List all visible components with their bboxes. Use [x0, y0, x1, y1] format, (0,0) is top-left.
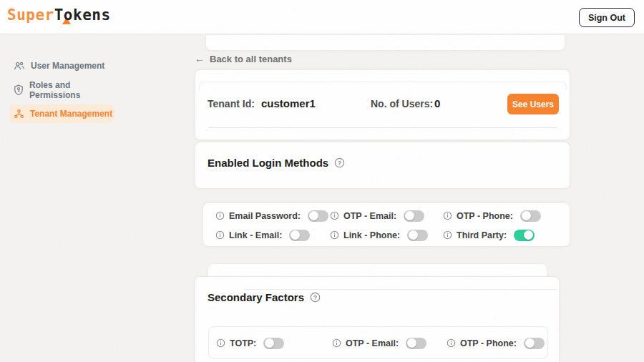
toggle-label: Third Party:: [457, 230, 507, 240]
login-method-toggle-row: OTP - Phone:: [443, 206, 570, 225]
toggle-label: OTP - Phone:: [457, 211, 513, 221]
svg-text:?: ?: [338, 160, 341, 167]
info-icon[interactable]: [216, 338, 225, 348]
sidebar-item-label: Tenant Management: [30, 109, 112, 119]
info-icon[interactable]: [443, 211, 452, 220]
tenant-id-label: Tenant Id:: [208, 98, 255, 109]
login-methods-card: Enabled Login Methods ?: [195, 142, 570, 189]
toggle-label: Link - Phone:: [343, 230, 400, 240]
secondary-toggles-panel: TOTP: OTP - Email: OTP - Phone:: [208, 326, 548, 359]
divider: [208, 127, 557, 128]
secondary-factors-heading: Secondary Factors ?: [208, 291, 321, 303]
users-count-value: 0: [434, 97, 440, 109]
secondary-factors-card: Secondary Factors ? TOTP:: [195, 276, 560, 362]
info-icon[interactable]: [332, 338, 341, 348]
svg-text:?: ?: [313, 294, 317, 301]
login-methods-heading: Enabled Login Methods ?: [208, 157, 345, 169]
help-circle-icon[interactable]: ?: [310, 292, 321, 303]
info-icon[interactable]: [215, 230, 225, 240]
login-method-toggles-card: Email Password: OTP - Email: OTP - Phone…: [203, 202, 570, 247]
back-link-label: Back to all tenants: [210, 54, 292, 64]
secondary-toggles-grid: TOTP: OTP - Email: OTP - Phone:: [209, 327, 547, 353]
toggle-label: OTP - Phone:: [460, 338, 517, 348]
sidebar: User Management Roles and Permissions Te…: [0, 34, 186, 362]
shield-key-icon: [14, 84, 24, 96]
info-icon[interactable]: [330, 230, 339, 240]
users-count-label: No. of Users:: [371, 98, 433, 109]
tenant-info-card: Tenant Id: customer1 No. of Users: 0 See…: [195, 69, 570, 140]
logo-text-super: Super: [7, 6, 54, 24]
toggle-label: OTP - Email:: [346, 338, 399, 348]
sidebar-item-label: User Management: [31, 61, 104, 71]
top-navbar: SuperTokens Sign Out: [0, 0, 644, 34]
app-window: SuperTokens Sign Out User Management Rol…: [0, 0, 644, 362]
login-method-toggle-row: OTP - Email:: [330, 206, 443, 225]
tenant-id-value: customer1: [261, 97, 316, 109]
arrow-left-icon: ←: [195, 53, 205, 64]
supertokens-logo: SuperTokens: [7, 6, 111, 24]
info-icon[interactable]: [447, 338, 456, 348]
login-method-toggle-row: Link - Phone:: [330, 225, 443, 245]
toggle-switch[interactable]: [404, 210, 424, 222]
back-to-all-tenants-link[interactable]: ← Back to all tenants: [195, 53, 292, 64]
sidebar-item-tenant-management[interactable]: Tenant Management: [9, 104, 114, 123]
sidebar-item-roles-permissions[interactable]: Roles and Permissions: [9, 81, 114, 99]
secondary-factor-toggle-row: OTP - Phone:: [447, 333, 547, 353]
help-circle-icon[interactable]: ?: [334, 157, 345, 168]
secondary-factors-title: Secondary Factors: [208, 291, 304, 303]
toggle-switch[interactable]: [520, 210, 541, 222]
sign-out-button[interactable]: Sign Out: [579, 8, 635, 27]
login-method-toggle-row: Email Password:: [215, 206, 330, 225]
toggle-switch[interactable]: [406, 338, 426, 349]
sitemap-icon: [14, 109, 24, 119]
toggle-switch[interactable]: [514, 230, 535, 241]
login-methods-title: Enabled Login Methods: [208, 157, 328, 169]
toggle-switch[interactable]: [524, 338, 545, 349]
info-icon[interactable]: [330, 211, 339, 220]
toggle-label: OTP - Email:: [343, 211, 396, 221]
login-method-toggles-grid: Email Password: OTP - Email: OTP - Phone…: [203, 203, 570, 245]
toggle-switch[interactable]: [407, 230, 428, 241]
login-method-toggle-row: Link - Email:: [215, 225, 330, 245]
info-icon[interactable]: [215, 211, 225, 220]
toggle-switch[interactable]: [263, 338, 284, 349]
scrolled-card-remnant: [205, 35, 565, 51]
login-method-toggle-row: Third Party:: [443, 225, 570, 245]
secondary-factor-toggle-row: OTP - Email:: [332, 333, 447, 353]
main-content: ← Back to all tenants Tenant Id: custome…: [195, 34, 570, 362]
toggle-switch[interactable]: [308, 210, 328, 222]
toggle-label: Link - Email:: [229, 230, 282, 240]
toggle-label: Email Password:: [229, 211, 301, 221]
sidebar-item-label: Roles and Permissions: [29, 80, 114, 100]
card-seam: [199, 82, 567, 90]
logo-text-tokens: Tokens: [54, 6, 111, 24]
see-users-button[interactable]: See Users: [507, 94, 559, 114]
sidebar-item-user-management[interactable]: User Management: [9, 57, 114, 75]
secondary-factor-toggle-row: TOTP:: [216, 333, 332, 353]
tenant-info-row: Tenant Id: customer1 No. of Users: 0 See…: [195, 94, 570, 115]
toggle-switch[interactable]: [289, 230, 310, 241]
divider: [244, 289, 557, 290]
info-icon[interactable]: [443, 230, 452, 240]
users-icon: [14, 61, 25, 71]
toggle-label: TOTP:: [230, 338, 256, 348]
